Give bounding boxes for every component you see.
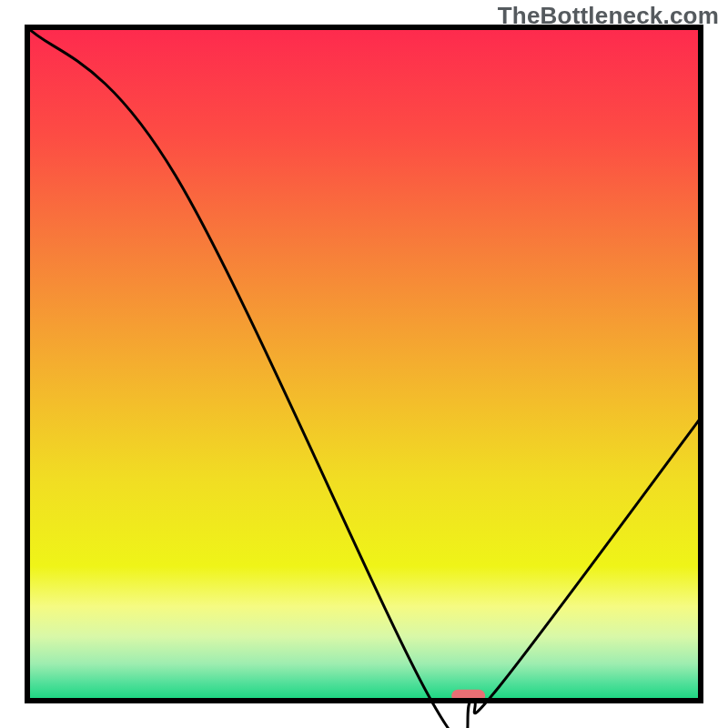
bottleneck-chart [0,0,728,728]
chart-background [27,27,701,701]
chart-frame: TheBottleneck.com [0,0,728,728]
